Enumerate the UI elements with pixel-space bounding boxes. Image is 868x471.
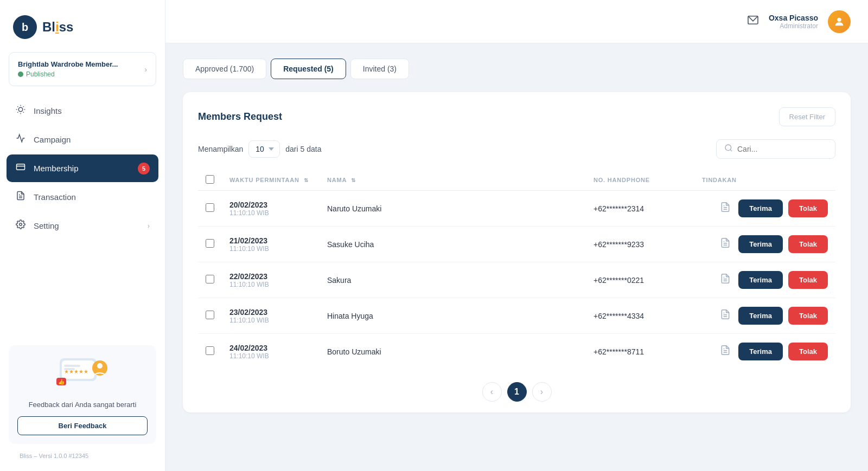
row-phone-cell: +62*******9233 (586, 227, 694, 262)
terima-button-4[interactable]: Terima (738, 343, 783, 360)
select-all-checkbox[interactable] (206, 175, 214, 184)
terima-button-0[interactable]: Terima (738, 199, 783, 217)
setting-icon (15, 220, 26, 232)
row-date: 24/02/2023 (229, 344, 312, 352)
main-content: Oxsa Picasso Administrator Approved (1.7… (165, 0, 868, 471)
svg-line-3 (17, 106, 18, 107)
membership-icon (15, 162, 26, 175)
svg-rect-17 (64, 365, 80, 367)
table-row: 24/02/2023 11:10:10 WIB Boruto Uzumaki +… (198, 334, 835, 370)
search-icon (724, 144, 733, 154)
row-phone-cell: +62*******4334 (586, 298, 694, 334)
tolak-button-2[interactable]: Tolak (788, 271, 828, 289)
search-input[interactable] (737, 145, 824, 153)
sidebar-item-transaction[interactable]: Transaction (7, 183, 158, 211)
doc-icon-3[interactable] (720, 309, 731, 322)
setting-chevron-icon: › (148, 222, 150, 230)
row-date: 22/02/2023 (229, 272, 312, 281)
row-checkbox-3[interactable] (206, 311, 214, 319)
row-name-cell: Hinata Hyuga (320, 298, 586, 334)
row-time-cell: 23/02/2023 11:10:10 WIB (222, 298, 320, 334)
row-phone: +62*******9233 (593, 240, 644, 249)
workspace-card[interactable]: Brightlab Wardrobe Member... Published › (9, 52, 156, 86)
content-area: Approved (1.700) Requested (5) Invited (… (165, 43, 868, 471)
sidebar-item-transaction-label: Transaction (34, 192, 76, 202)
workspace-info: Brightlab Wardrobe Member... Published (18, 60, 118, 78)
row-name: Boruto Uzumaki (327, 347, 381, 356)
version-label: Bliss – Versi 1.0.0 #12345 (11, 448, 97, 459)
row-name: Sakura (327, 276, 351, 285)
th-phone: NO. HANDPHONE (586, 170, 694, 191)
sidebar-item-membership[interactable]: Membership 5 (7, 154, 158, 182)
row-phone: +62*******0221 (593, 276, 644, 285)
row-checkbox-2[interactable] (206, 275, 214, 283)
row-checkbox-cell (198, 227, 222, 262)
svg-point-24 (837, 17, 841, 21)
doc-icon-1[interactable] (720, 237, 731, 251)
tolak-button-3[interactable]: Tolak (788, 307, 828, 325)
topbar: Oxsa Picasso Administrator (165, 0, 868, 43)
table-row: 23/02/2023 11:10:10 WIB Hinata Hyuga +62… (198, 298, 835, 334)
sidebar: b Bliss Brightlab Wardrobe Member... Pub… (0, 0, 165, 471)
sidebar-item-setting[interactable]: Setting › (7, 212, 158, 240)
row-phone-cell: +62*******2314 (586, 191, 694, 227)
svg-point-20 (97, 363, 103, 369)
doc-icon-0[interactable] (720, 202, 731, 215)
terima-button-2[interactable]: Terima (738, 271, 783, 289)
tab-approved[interactable]: Approved (1.700) (183, 59, 266, 79)
transaction-icon (15, 191, 26, 203)
row-checkbox-4[interactable] (206, 346, 214, 355)
search-box (716, 139, 835, 159)
pagination: ‹ 1 › (198, 369, 835, 402)
svg-line-7 (17, 112, 18, 113)
card-title: Members Request (198, 111, 282, 122)
row-name: Hinata Hyuga (327, 312, 373, 320)
svg-text:👍: 👍 (58, 378, 65, 385)
row-time-cell: 24/02/2023 11:10:10 WIB (222, 334, 320, 370)
logo-text: Bliss (42, 20, 73, 35)
tolak-button-0[interactable]: Tolak (788, 199, 828, 217)
members-table: WAKTU PERMINTAAN ⇅ NAMA ⇅ NO. HANDPHONE (198, 170, 835, 369)
sort-waktu-icon[interactable]: ⇅ (304, 177, 309, 183)
pagination-prev-button[interactable]: ‹ (482, 382, 502, 402)
data-count-label: dari 5 data (285, 145, 321, 153)
sidebar-item-campaign[interactable]: Campaign (7, 126, 158, 153)
sidebar-item-membership-label: Membership (34, 164, 79, 173)
tolak-button-1[interactable]: Tolak (788, 235, 828, 253)
doc-icon-2[interactable] (720, 273, 731, 287)
sidebar-item-setting-label: Setting (34, 221, 59, 230)
tab-requested[interactable]: Requested (5) (271, 59, 346, 79)
sort-nama-icon[interactable]: ⇅ (351, 177, 356, 183)
svg-line-26 (730, 150, 732, 151)
per-page-select[interactable]: 10 25 50 (248, 140, 280, 158)
reset-filter-button[interactable]: Reset Filter (779, 107, 835, 126)
status-dot (18, 72, 23, 77)
doc-icon-4[interactable] (720, 345, 731, 358)
logo-icon: b (13, 15, 37, 39)
card-header: Members Request Reset Filter (198, 107, 835, 126)
terima-button-3[interactable]: Terima (738, 307, 783, 325)
th-nama: NAMA ⇅ (320, 170, 586, 191)
row-action-cell: Terima Tolak (694, 227, 835, 262)
sidebar-item-insights[interactable]: Insights (7, 97, 158, 125)
pagination-next-button[interactable]: › (532, 382, 552, 402)
feedback-illustration: ★★★★★ 👍 (55, 356, 110, 393)
row-name-cell: Sasuke Uciha (320, 227, 586, 262)
svg-line-8 (23, 106, 24, 107)
row-action-cell: Terima Tolak (694, 298, 835, 334)
terima-button-1[interactable]: Terima (738, 235, 783, 253)
row-phone: +62*******2314 (593, 204, 644, 213)
logo-area: b Bliss (0, 0, 165, 52)
tolak-button-4[interactable]: Tolak (788, 343, 828, 360)
pagination-page-1-button[interactable]: 1 (507, 382, 527, 402)
avatar[interactable] (828, 10, 851, 33)
mail-icon[interactable] (747, 15, 759, 28)
row-checkbox-1[interactable] (206, 239, 214, 248)
row-name: Sasuke Uciha (327, 240, 374, 249)
row-checkbox-0[interactable] (206, 203, 214, 212)
feedback-button[interactable]: Beri Feedback (17, 416, 148, 435)
sidebar-bottom: ★★★★★ 👍 Feedback dari Anda sangat berart… (0, 337, 165, 461)
topbar-user-info: Oxsa Picasso Administrator (769, 14, 818, 30)
table-row: 20/02/2023 11:10:10 WIB Naruto Uzumaki +… (198, 191, 835, 227)
tab-invited[interactable]: Invited (3) (350, 59, 409, 79)
